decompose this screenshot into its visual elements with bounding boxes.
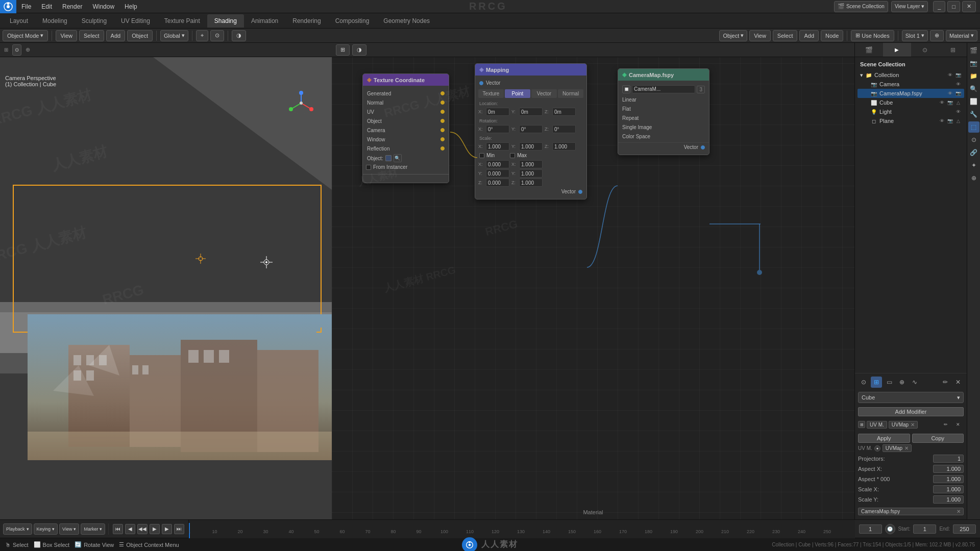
object-selector[interactable]: Cube ▾ [858,392,964,403]
tab-scene-collection-icon[interactable]: 🎬 [855,43,883,57]
marker-dropdown[interactable]: Marker ▾ [81,523,105,535]
right-icon-object[interactable]: ⬜ [968,96,979,107]
socket-normal[interactable] [440,101,445,105]
right-icon-scene[interactable]: 🎬 [968,45,979,56]
socket-uv[interactable] [440,110,445,114]
browse-material[interactable]: ⊕ [930,30,944,41]
right-icon-output[interactable]: 📁 [968,70,979,82]
tree-item-plane[interactable]: ◻ Plane 👁 📷 △ [857,116,964,126]
window-max-btn[interactable]: □ [947,1,960,12]
plane-mesh-icon[interactable]: △ [954,117,962,124]
right-icon-physics[interactable]: ⊕ [968,172,979,184]
mapping-node[interactable]: ◈ Mapping Vector Texture Point Vector No… [475,63,587,199]
menu-window[interactable]: Window [87,0,119,13]
min-checkbox[interactable] [479,153,484,158]
keying-dropdown[interactable]: Keying ▾ [34,523,58,535]
socket-reflection[interactable] [440,146,445,151]
view-icon-1[interactable]: ⊙ [858,377,869,388]
vis-eye-icon[interactable]: 👁 [946,71,953,79]
camera-eye-icon[interactable]: 👁 [954,81,962,88]
btn-play[interactable]: ▶ [150,524,160,534]
vis-render-icon[interactable]: 📷 [954,71,962,79]
uvmap-tag[interactable]: UVMap ✕ [889,421,918,429]
right-icon-constraint[interactable]: 🔗 [968,147,979,158]
tree-item-collection[interactable]: ▾ 📁 Collection 👁 📷 [857,70,964,80]
view-icon-5[interactable]: ∿ [909,377,920,388]
right-icon-material[interactable]: ⬚ [968,121,979,133]
mapping-tab-point[interactable]: Point [505,89,530,98]
view-icon-2[interactable]: ⊞ [871,377,882,388]
socket-cameramap-vector[interactable] [701,145,705,149]
uvmap-value-tag[interactable]: UVMap ✕ [883,444,912,452]
max-x-input[interactable] [519,160,543,168]
use-nodes-btn[interactable]: ⊞ Use Nodes [851,30,894,41]
viewport-shading[interactable]: ◑ [232,30,246,41]
camera-num[interactable]: 3 [697,86,705,93]
cube-render-icon[interactable]: 📷 [946,99,953,106]
max-checkbox[interactable] [510,153,515,158]
transform-space[interactable]: Global ▾ [160,30,188,41]
right-icon-data[interactable]: ⊙ [968,134,979,145]
tab-scene-collection[interactable]: ▶ [883,43,911,57]
node-object-type[interactable]: Object ▾ [719,30,747,41]
cameramap-eye-icon[interactable]: 👁 [946,90,953,97]
light-eye-icon[interactable]: 👁 [954,108,962,115]
tab-sculpting[interactable]: Sculpting [75,14,114,28]
tab-uv-editing[interactable]: UV Editing [114,14,157,28]
scene-selector[interactable]: 🎬 Scene Collection [834,1,888,12]
node-header-btn1[interactable]: ⊞ [336,44,350,56]
cube-eye-icon[interactable]: 👁 [938,99,945,106]
mapping-tab-texture[interactable]: Texture [478,89,504,98]
tab-shading[interactable]: Shading [207,14,244,28]
start-frame-input[interactable]: 1 [913,524,936,534]
uvp-icon[interactable]: ⊞ [858,421,865,428]
view-dropdown[interactable]: View ▾ [59,523,79,535]
min-z-input[interactable] [486,179,509,187]
tab-modeling[interactable]: Modeling [35,14,75,28]
right-icon-particles[interactable]: ✦ [968,160,979,171]
max-y-input[interactable] [519,169,543,178]
tab-geometry-nodes[interactable]: Geometry Nodes [376,14,437,28]
status-context-menu-btn[interactable]: ☰ Object Context Menu [119,541,179,548]
tab-object[interactable]: ⊙ [911,43,939,57]
socket-vector-out[interactable] [578,190,582,194]
socket-window[interactable] [440,137,445,141]
playback-dropdown[interactable]: Playback ▾ [3,523,32,535]
cameramap-render-icon[interactable]: 📷 [954,90,962,97]
scale-z-input[interactable] [552,142,576,151]
object-browse-btn[interactable]: 🔍 [394,154,402,162]
view-menu[interactable]: View [56,30,77,41]
cameramap-file-tag[interactable]: CameraMap.fspy ✕ [858,508,964,515]
scale-y-input[interactable] [519,142,543,151]
apply-btn[interactable]: Apply [858,434,910,443]
uvmap-tag-x[interactable]: ✕ [904,445,909,451]
uvp-delete-icon[interactable]: ✕ [952,419,964,430]
camera-type-icon[interactable]: 🔲 [622,85,630,93]
min-y-input[interactable] [486,169,509,178]
rotation-x-input[interactable] [486,125,509,133]
timeline-ruler[interactable]: 1 10 20 30 40 50 60 70 80 90 100 110 120… [188,520,854,538]
status-select-btn[interactable]: 🖱 Select [5,542,29,548]
from-instancer-checkbox[interactable] [366,165,371,170]
plane-eye-icon[interactable]: 👁 [938,117,945,124]
tree-item-cameramap[interactable]: 📷 CameraMap.fspy 👁 📷 [857,89,964,98]
tab-layout[interactable]: Layout [3,14,35,28]
mapping-tab-normal[interactable]: Normal [558,89,583,98]
proportional-edit[interactable]: ⊙ [210,30,224,41]
slot-selector[interactable]: Slot 1 ▾ [902,30,928,41]
add-menu[interactable]: Add [106,30,126,41]
location-y-input[interactable] [519,108,543,116]
vp-overlay-btn[interactable]: ⊙ [12,44,21,56]
uvp-edit-icon[interactable]: ✏ [940,419,951,430]
uvmap-remove-btn[interactable]: ✕ [911,422,915,428]
tree-item-cube[interactable]: ⬜ Cube 👁 📷 △ [857,98,964,107]
location-x-input[interactable] [486,108,509,116]
menu-render[interactable]: Render [57,0,87,13]
menu-help[interactable]: Help [119,0,142,13]
timeline-clock-icon[interactable]: 🕐 [885,524,895,534]
object-mode-dropdown[interactable]: Object Mode ▾ [3,30,48,41]
socket-object[interactable] [440,119,445,123]
max-z-input[interactable] [519,179,543,187]
node-select-menu[interactable]: Select [773,30,798,41]
scale-x-input[interactable] [486,142,509,151]
